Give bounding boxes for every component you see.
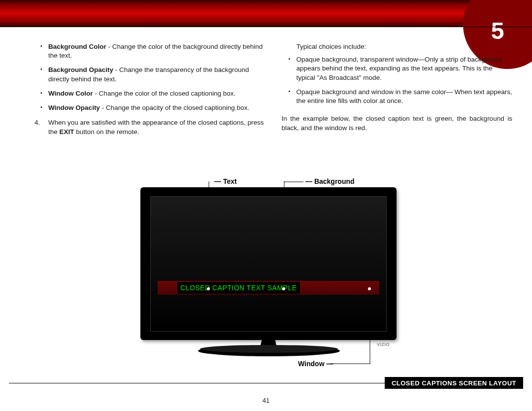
bullet-bg-color: Background Color - Change the color of t…: [48, 42, 265, 60]
bullet-window-color: Window Color - Change the color of the c…: [48, 89, 265, 98]
tv-frame: VIZIO: [140, 187, 397, 340]
figure-title: CLOSED CAPTIONS SCREEN LAYOUT: [385, 377, 523, 389]
cc-window: CLOSED CAPTION TEXT SAMPLE: [158, 281, 379, 295]
example-outro: In the example below, the closed caption…: [282, 114, 513, 132]
cc-diagram: — Text — Background Window — VIZIO CLOSE…: [0, 177, 532, 389]
label-background: — Background: [305, 177, 355, 185]
page-number: 41: [0, 397, 532, 404]
header-band: [0, 0, 532, 27]
tv-screen: [150, 196, 387, 332]
typical-intro: Typical choices include:: [297, 42, 513, 51]
typical-bullet-1: Opaque background, transparent window—On…: [297, 55, 513, 82]
right-column: Typical choices include: Opaque backgrou…: [282, 42, 513, 137]
header-rule: [0, 27, 532, 27]
leader-dot-window: [368, 287, 371, 290]
svg-point-6: [200, 345, 338, 353]
tv-stand-base: [198, 345, 340, 357]
cc-text: CLOSED CAPTION TEXT SAMPLE: [180, 284, 297, 292]
leader-dot-text: [207, 287, 210, 290]
chapter-number: 5: [491, 17, 504, 44]
left-column: Background Color - Change the color of t…: [33, 42, 265, 137]
typical-bullet-2: Opaque background and window in the same…: [297, 88, 513, 105]
bullet-bg-opacity: Background Opacity - Change the transpar…: [48, 66, 265, 83]
label-window: Window —: [298, 360, 333, 368]
tv-logo: VIZIO: [377, 342, 390, 347]
label-text: — Text: [214, 177, 237, 185]
cc-background: CLOSED CAPTION TEXT SAMPLE: [177, 282, 300, 294]
step-4: When you are satisfied with the appearan…: [48, 118, 265, 136]
leader-dot-background: [282, 287, 285, 290]
bullet-window-opacity: Window Opacity - Change the opacity of t…: [48, 103, 265, 112]
